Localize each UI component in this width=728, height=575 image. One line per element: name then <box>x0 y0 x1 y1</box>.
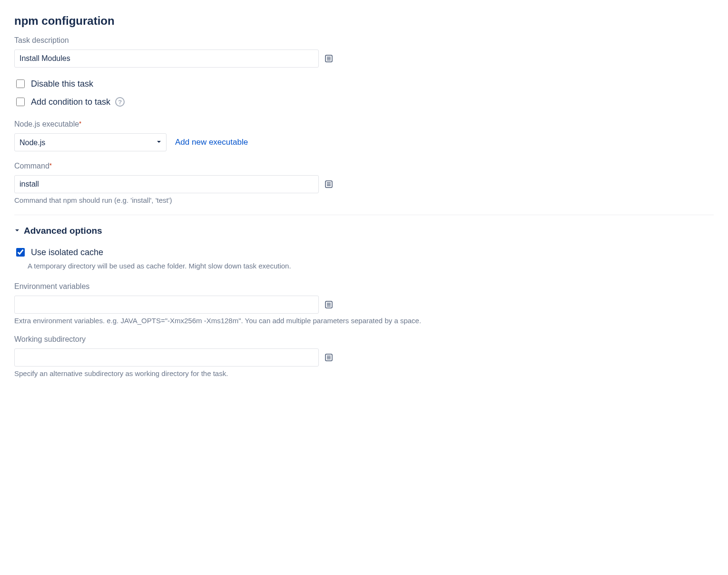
node-executable-label: Node.js executable* <box>14 120 714 129</box>
divider <box>14 215 714 215</box>
env-vars-input[interactable] <box>14 296 319 314</box>
command-label: Command* <box>14 162 714 170</box>
variables-icon[interactable] <box>324 299 334 310</box>
isolated-cache-checkbox[interactable] <box>16 248 25 257</box>
variables-icon[interactable] <box>324 53 334 64</box>
env-vars-field: Environment variables Extra environment … <box>14 282 714 325</box>
add-condition-checkbox[interactable] <box>16 98 25 106</box>
command-hint: Command that npm should run (e.g. 'insta… <box>14 196 714 204</box>
task-description-input[interactable] <box>14 50 319 68</box>
variables-icon[interactable] <box>324 179 334 189</box>
page-title: npm configuration <box>14 14 714 28</box>
add-condition-label[interactable]: Add condition to task <box>31 97 110 107</box>
env-vars-hint: Extra environment variables. e.g. JAVA_O… <box>14 317 714 325</box>
working-subdir-input[interactable] <box>14 348 319 367</box>
working-subdir-hint: Specify an alternative subdirectory as w… <box>14 369 714 377</box>
disable-task-checkbox[interactable] <box>16 79 25 88</box>
node-executable-select[interactable]: Node.js <box>14 133 167 151</box>
help-icon[interactable]: ? <box>115 97 125 107</box>
task-description-field: Task description <box>14 36 714 68</box>
command-field: Command* Command that npm should run (e.… <box>14 162 714 204</box>
isolated-cache-label[interactable]: Use isolated cache <box>31 248 103 258</box>
add-executable-link[interactable]: Add new executable <box>175 138 248 147</box>
isolated-cache-desc: A temporary directory will be used as ca… <box>28 262 714 270</box>
advanced-options-toggle[interactable]: Advanced options <box>14 226 714 236</box>
working-subdir-label: Working subdirectory <box>14 335 714 344</box>
task-description-label: Task description <box>14 36 714 45</box>
chevron-down-icon <box>14 227 20 235</box>
advanced-options-title: Advanced options <box>24 226 102 236</box>
disable-task-label[interactable]: Disable this task <box>31 79 93 89</box>
node-executable-field: Node.js executable* Node.js Add new exec… <box>14 120 714 151</box>
env-vars-label: Environment variables <box>14 282 714 291</box>
command-input[interactable] <box>14 175 319 193</box>
variables-icon[interactable] <box>324 352 334 363</box>
working-subdir-field: Working subdirectory Specify an alternat… <box>14 335 714 377</box>
